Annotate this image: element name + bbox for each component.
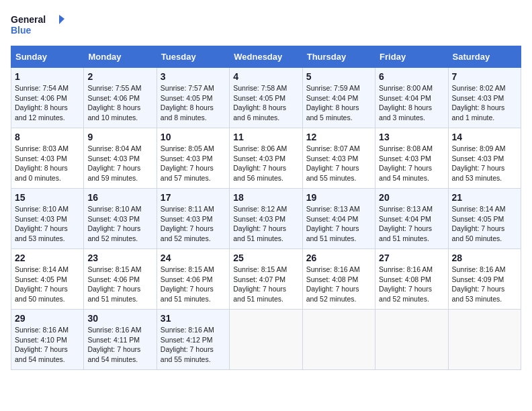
day-detail: Sunrise: 7:58 AMSunset: 4:05 PMDaylight:… <box>233 84 287 122</box>
day-detail: Sunrise: 8:14 AMSunset: 4:05 PMDaylight:… <box>15 265 69 303</box>
week-row-5: 29Sunrise: 8:16 AMSunset: 4:10 PMDayligh… <box>11 310 521 370</box>
week-row-1: 1Sunrise: 7:54 AMSunset: 4:06 PMDaylight… <box>11 68 521 128</box>
day-number: 18 <box>233 192 298 203</box>
calendar-cell: 28Sunrise: 8:16 AMSunset: 4:09 PMDayligh… <box>448 249 521 310</box>
calendar-cell: 10Sunrise: 8:05 AMSunset: 4:03 PMDayligh… <box>157 128 229 189</box>
calendar-cell: 18Sunrise: 8:12 AMSunset: 4:03 PMDayligh… <box>230 189 302 249</box>
day-detail: Sunrise: 8:10 AMSunset: 4:03 PMDaylight:… <box>15 205 69 242</box>
calendar-cell: 8Sunrise: 8:03 AMSunset: 4:03 PMDaylight… <box>11 128 84 189</box>
calendar-cell <box>375 310 448 370</box>
weekday-header-saturday: Saturday <box>448 46 521 68</box>
day-detail: Sunrise: 7:59 AMSunset: 4:04 PMDaylight:… <box>306 84 360 122</box>
calendar-cell <box>302 310 375 370</box>
calendar-cell: 5Sunrise: 7:59 AMSunset: 4:04 PMDaylight… <box>302 68 375 128</box>
day-number: 23 <box>87 253 152 263</box>
calendar-cell: 21Sunrise: 8:14 AMSunset: 4:05 PMDayligh… <box>448 189 521 249</box>
day-detail: Sunrise: 8:14 AMSunset: 4:05 PMDaylight:… <box>452 205 506 242</box>
calendar-cell: 9Sunrise: 8:04 AMSunset: 4:03 PMDaylight… <box>84 128 157 189</box>
calendar-cell: 19Sunrise: 8:13 AMSunset: 4:04 PMDayligh… <box>302 189 375 249</box>
day-detail: Sunrise: 7:57 AMSunset: 4:05 PMDaylight:… <box>161 84 214 122</box>
calendar-cell: 26Sunrise: 8:16 AMSunset: 4:08 PMDayligh… <box>302 249 375 310</box>
calendar-table: SundayMondayTuesdayWednesdayThursdayFrid… <box>11 46 521 370</box>
calendar-cell: 25Sunrise: 8:15 AMSunset: 4:07 PMDayligh… <box>230 249 302 310</box>
day-detail: Sunrise: 7:55 AMSunset: 4:06 PMDaylight:… <box>87 84 141 122</box>
day-detail: Sunrise: 8:02 AMSunset: 4:03 PMDaylight:… <box>452 84 506 122</box>
day-detail: Sunrise: 8:16 AMSunset: 4:12 PMDaylight:… <box>161 326 214 363</box>
day-number: 28 <box>452 253 517 263</box>
day-detail: Sunrise: 8:11 AMSunset: 4:03 PMDaylight:… <box>161 205 214 242</box>
day-detail: Sunrise: 8:16 AMSunset: 4:10 PMDaylight:… <box>15 326 69 363</box>
day-number: 5 <box>306 71 371 82</box>
day-number: 25 <box>233 253 298 263</box>
calendar-cell: 6Sunrise: 8:00 AMSunset: 4:04 PMDaylight… <box>375 68 448 128</box>
weekday-header-row: SundayMondayTuesdayWednesdayThursdayFrid… <box>11 46 521 68</box>
calendar-cell: 17Sunrise: 8:11 AMSunset: 4:03 PMDayligh… <box>157 189 229 249</box>
day-number: 26 <box>306 253 371 263</box>
calendar-cell: 4Sunrise: 7:58 AMSunset: 4:05 PMDaylight… <box>230 68 302 128</box>
day-detail: Sunrise: 8:05 AMSunset: 4:03 PMDaylight:… <box>161 144 214 182</box>
svg-marker-2 <box>59 15 64 24</box>
day-detail: Sunrise: 8:07 AMSunset: 4:03 PMDaylight:… <box>306 144 360 182</box>
day-number: 3 <box>161 71 226 82</box>
calendar-cell <box>230 310 302 370</box>
day-number: 17 <box>161 192 226 203</box>
day-detail: Sunrise: 8:12 AMSunset: 4:03 PMDaylight:… <box>233 205 287 242</box>
day-detail: Sunrise: 8:03 AMSunset: 4:03 PMDaylight:… <box>15 144 69 182</box>
day-detail: Sunrise: 8:16 AMSunset: 4:11 PMDaylight:… <box>87 326 141 363</box>
day-number: 24 <box>161 253 226 263</box>
week-row-4: 22Sunrise: 8:14 AMSunset: 4:05 PMDayligh… <box>11 249 521 310</box>
calendar-cell: 31Sunrise: 8:16 AMSunset: 4:12 PMDayligh… <box>157 310 229 370</box>
day-detail: Sunrise: 8:09 AMSunset: 4:03 PMDaylight:… <box>452 144 506 182</box>
weekday-header-friday: Friday <box>375 46 448 68</box>
week-row-2: 8Sunrise: 8:03 AMSunset: 4:03 PMDaylight… <box>11 128 521 189</box>
day-number: 6 <box>379 71 444 82</box>
calendar-cell: 30Sunrise: 8:16 AMSunset: 4:11 PMDayligh… <box>84 310 157 370</box>
calendar-cell: 12Sunrise: 8:07 AMSunset: 4:03 PMDayligh… <box>302 128 375 189</box>
day-number: 29 <box>15 313 80 324</box>
calendar-cell: 22Sunrise: 8:14 AMSunset: 4:05 PMDayligh… <box>11 249 84 310</box>
day-number: 19 <box>306 192 371 203</box>
calendar-cell: 24Sunrise: 8:15 AMSunset: 4:06 PMDayligh… <box>157 249 229 310</box>
page-header: General Blue <box>11 11 521 40</box>
logo-svg: General Blue <box>11 11 64 40</box>
day-detail: Sunrise: 8:10 AMSunset: 4:03 PMDaylight:… <box>87 205 141 242</box>
day-detail: Sunrise: 8:06 AMSunset: 4:03 PMDaylight:… <box>233 144 287 182</box>
day-number: 31 <box>161 313 226 324</box>
weekday-header-monday: Monday <box>84 46 157 68</box>
calendar-cell: 27Sunrise: 8:16 AMSunset: 4:08 PMDayligh… <box>375 249 448 310</box>
day-number: 2 <box>87 71 152 82</box>
calendar-cell: 1Sunrise: 7:54 AMSunset: 4:06 PMDaylight… <box>11 68 84 128</box>
day-number: 11 <box>233 132 298 142</box>
calendar-cell <box>448 310 521 370</box>
day-number: 13 <box>379 132 444 142</box>
calendar-cell: 13Sunrise: 8:08 AMSunset: 4:03 PMDayligh… <box>375 128 448 189</box>
day-detail: Sunrise: 7:54 AMSunset: 4:06 PMDaylight:… <box>15 84 69 122</box>
day-detail: Sunrise: 8:13 AMSunset: 4:04 PMDaylight:… <box>306 205 360 242</box>
day-detail: Sunrise: 8:15 AMSunset: 4:06 PMDaylight:… <box>161 265 214 303</box>
day-number: 9 <box>87 132 152 142</box>
calendar-cell: 20Sunrise: 8:13 AMSunset: 4:04 PMDayligh… <box>375 189 448 249</box>
day-number: 16 <box>87 192 152 203</box>
weekday-header-wednesday: Wednesday <box>230 46 302 68</box>
day-number: 8 <box>15 132 80 142</box>
day-detail: Sunrise: 8:13 AMSunset: 4:04 PMDaylight:… <box>379 205 433 242</box>
calendar-cell: 11Sunrise: 8:06 AMSunset: 4:03 PMDayligh… <box>230 128 302 189</box>
day-detail: Sunrise: 8:16 AMSunset: 4:08 PMDaylight:… <box>379 265 433 303</box>
calendar-cell: 7Sunrise: 8:02 AMSunset: 4:03 PMDaylight… <box>448 68 521 128</box>
calendar-cell: 15Sunrise: 8:10 AMSunset: 4:03 PMDayligh… <box>11 189 84 249</box>
day-number: 22 <box>15 253 80 263</box>
day-number: 1 <box>15 71 80 82</box>
svg-text:Blue: Blue <box>11 25 32 36</box>
day-number: 21 <box>452 192 517 203</box>
day-number: 15 <box>15 192 80 203</box>
day-number: 12 <box>306 132 371 142</box>
weekday-header-thursday: Thursday <box>302 46 375 68</box>
day-detail: Sunrise: 8:15 AMSunset: 4:07 PMDaylight:… <box>233 265 287 303</box>
day-number: 27 <box>379 253 444 263</box>
day-detail: Sunrise: 8:08 AMSunset: 4:03 PMDaylight:… <box>379 144 433 182</box>
day-number: 4 <box>233 71 298 82</box>
week-row-3: 15Sunrise: 8:10 AMSunset: 4:03 PMDayligh… <box>11 189 521 249</box>
logo: General Blue <box>11 11 64 40</box>
weekday-header-tuesday: Tuesday <box>157 46 229 68</box>
day-detail: Sunrise: 8:15 AMSunset: 4:06 PMDaylight:… <box>87 265 141 303</box>
